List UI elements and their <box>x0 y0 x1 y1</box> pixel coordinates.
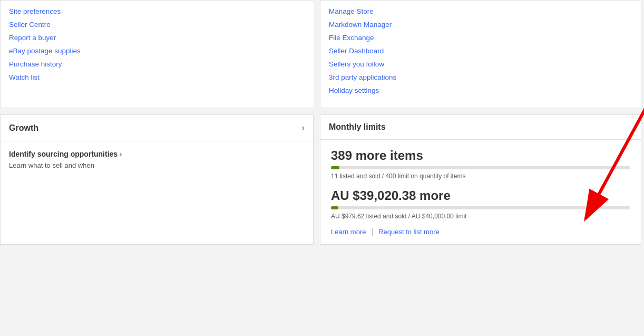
items-progress-bar <box>331 166 630 169</box>
growth-title: Growth <box>9 123 38 133</box>
amount-progress-fill <box>331 206 338 209</box>
left-nav-watch-list[interactable]: Watch list <box>9 71 305 84</box>
amount-count: AU $39,020.38 more <box>331 188 630 203</box>
link-divider: | <box>371 227 373 236</box>
monthly-limits-title: Monthly limits <box>320 115 641 140</box>
amount-progress-bar <box>331 206 630 209</box>
left-nav-report-buyer[interactable]: Report a buyer <box>9 31 305 44</box>
left-nav-seller-centre[interactable]: Seller Centre <box>9 18 305 31</box>
sourcing-opportunities-link[interactable]: Identify sourcing opportunities› <box>9 150 122 158</box>
right-nav-markdown-manager[interactable]: Markdown Manager <box>329 18 632 31</box>
left-nav-panel: Site preferencesSeller CentreReport a bu… <box>0 0 314 108</box>
learn-more-link[interactable]: Learn more <box>331 228 366 236</box>
growth-chevron-icon: › <box>301 122 305 133</box>
right-nav-manage-store[interactable]: Manage Store <box>329 5 632 18</box>
growth-panel: Growth › Identify sourcing opportunities… <box>0 114 314 245</box>
items-limit-text: 11 listed and sold / 400 limit on quanti… <box>331 172 630 180</box>
left-nav-purchase-history[interactable]: Purchase history <box>9 57 305 71</box>
right-nav-sellers-you-follow[interactable]: Sellers you follow <box>329 57 632 71</box>
right-nav-panel: Manage StoreMarkdown ManagerFile Exchang… <box>320 0 641 108</box>
right-nav-holiday-settings[interactable]: Holiday settings <box>329 84 632 97</box>
request-list-more-link[interactable]: Request to list more <box>378 228 440 236</box>
items-count: 389 more items <box>331 148 630 163</box>
learn-sell-text: Learn what to sell and when <box>9 161 305 169</box>
left-nav-ebay-postage[interactable]: eBay postage supplies <box>9 44 305 57</box>
amount-limit-text: AU $979.62 listed and sold / AU $40,000.… <box>331 213 630 220</box>
right-nav-third-party-apps[interactable]: 3rd party applications <box>329 71 632 84</box>
monthly-limits-panel: Monthly limits 389 more items <box>320 114 641 245</box>
right-nav-file-exchange[interactable]: File Exchange <box>329 31 632 44</box>
left-nav-site-preferences[interactable]: Site preferences <box>9 5 305 18</box>
right-nav-seller-dashboard[interactable]: Seller Dashboard <box>329 44 632 57</box>
items-progress-fill <box>331 166 339 169</box>
